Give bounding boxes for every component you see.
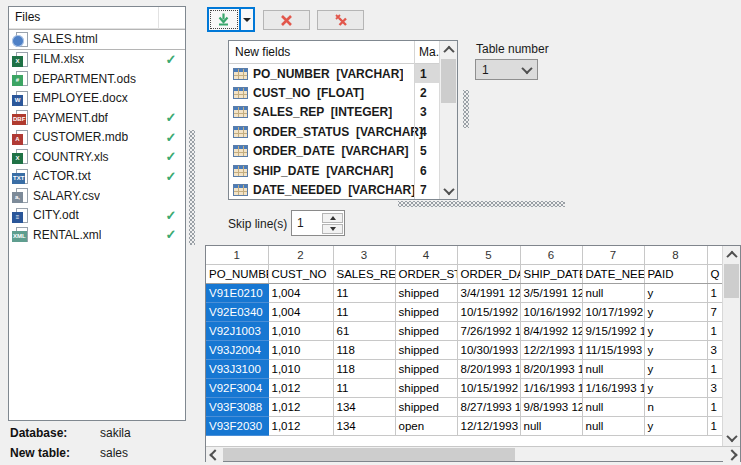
grid-vertical-scrollbar[interactable] [722, 246, 740, 446]
file-row[interactable]: X COUNTRY.xls ✓ [9, 147, 185, 167]
fields-header[interactable]: New fields Ma... [229, 41, 440, 64]
grid-cell[interactable]: 10/16/1992 [520, 302, 582, 321]
field-row[interactable]: CUST_NO [FLOAT] 2 [229, 83, 440, 102]
grid-cell[interactable]: 1,010 [268, 359, 333, 378]
grid-cell[interactable]: n [644, 397, 707, 416]
grid-cell[interactable]: 1,012 [268, 397, 333, 416]
grid-cell[interactable]: 8/20/1993 1: [457, 359, 520, 378]
scrollbar-up-button[interactable] [723, 246, 740, 263]
file-row[interactable]: SALES.html [9, 29, 185, 50]
grid-cell[interactable]: 134 [333, 397, 395, 416]
grid-cell[interactable]: 7 [707, 302, 723, 321]
grid-cell[interactable]: 10/15/1992 [457, 378, 520, 397]
grid-cell[interactable]: 1,004 [268, 302, 333, 321]
table-number-select[interactable]: 1 [475, 59, 538, 80]
grid-cell[interactable]: 12/2/1993 1: [520, 340, 582, 359]
grid-cell[interactable]: y [644, 378, 707, 397]
delete-all-fields-button[interactable] [317, 10, 364, 30]
field-row[interactable]: SHIP_DATE [VARCHAR] 6 [229, 161, 440, 180]
file-row[interactable]: DBF PAYMENT.dbf ✓ [9, 108, 185, 128]
file-row[interactable]: # DEPARTMENT.ods [9, 69, 185, 89]
grid-cell[interactable]: open [395, 416, 457, 435]
grid-cell[interactable]: shipped [395, 378, 457, 397]
grid-cell[interactable]: V91E0210 [206, 283, 268, 302]
grid-cell[interactable]: 3/4/1991 12: [457, 283, 520, 302]
grid-column-number[interactable]: 5 [457, 246, 520, 264]
grid-column-header[interactable]: Q [707, 264, 723, 283]
grid-column-number[interactable]: 6 [520, 246, 582, 264]
grid-cell[interactable]: 1,012 [268, 416, 333, 435]
grid-cell[interactable]: V93F2030 [206, 416, 268, 435]
scrollbar-thumb[interactable] [724, 264, 739, 298]
grid-cell[interactable]: 11 [333, 302, 395, 321]
grid-column-header[interactable]: ORDER_DATE [457, 264, 520, 283]
grid-column-header[interactable]: CUST_NO [268, 264, 333, 283]
field-row[interactable]: SALES_REP [INTEGER] 3 [229, 103, 440, 122]
grid-cell[interactable]: null [582, 397, 644, 416]
field-row[interactable]: ORDER_STATUS [VARCHAR] 4 [229, 122, 440, 141]
grid-column-header[interactable]: ORDER_STATUS [395, 264, 457, 283]
grid-cell[interactable]: 10/30/1993 [457, 340, 520, 359]
grid-cell[interactable]: 1/16/1993 1: [582, 378, 644, 397]
grid-cell[interactable]: y [644, 283, 707, 302]
grid-cell[interactable]: 7/26/1992 1: [457, 321, 520, 340]
grid-cell[interactable]: 1 [707, 283, 723, 302]
field-row[interactable]: ORDER_DATE [VARCHAR] 5 [229, 142, 440, 161]
grid-cell[interactable]: 1,010 [268, 340, 333, 359]
grid-cell[interactable]: 9/8/1993 12: [520, 397, 582, 416]
grid-cell[interactable]: shipped [395, 302, 457, 321]
grid-cell[interactable]: 1,012 [268, 378, 333, 397]
spinner-down-button[interactable] [322, 224, 343, 234]
grid-cell[interactable]: V93J2004 [206, 340, 268, 359]
grid-column-header[interactable]: DATE_NEEDED [582, 264, 644, 283]
scrollbar-up-button[interactable] [440, 41, 457, 58]
field-row[interactable]: DATE_NEEDED [VARCHAR] 7 [229, 180, 440, 199]
grid-cell[interactable]: 12/12/1993 [457, 416, 520, 435]
delete-field-button[interactable] [263, 10, 310, 30]
grid-horizontal-scrollbar[interactable] [206, 446, 740, 461]
grid-column-number[interactable]: 4 [395, 246, 457, 264]
file-row[interactable]: W EMPLOYEE.docx [9, 89, 185, 109]
vertical-splitter[interactable] [189, 130, 195, 245]
grid-cell[interactable]: V92E0340 [206, 302, 268, 321]
grid-cell[interactable]: V92J1003 [206, 321, 268, 340]
grid-column-header[interactable]: SHIP_DATE [520, 264, 582, 283]
file-row[interactable]: XML RENTAL.xml ✓ [9, 225, 185, 245]
grid-cell[interactable]: y [644, 302, 707, 321]
grid-cell[interactable]: y [644, 340, 707, 359]
grid-cell[interactable]: V93J3100 [206, 359, 268, 378]
grid-cell[interactable]: null [520, 416, 582, 435]
grid-cell[interactable]: y [644, 359, 707, 378]
grid-column-number[interactable]: 8 [644, 246, 707, 264]
grid-column-number[interactable]: 1 [206, 246, 268, 264]
grid-cell[interactable]: y [644, 321, 707, 340]
fields-panel-splitter[interactable] [463, 90, 469, 128]
grid-cell[interactable]: 3 [707, 378, 723, 397]
grid-cell[interactable]: shipped [395, 397, 457, 416]
grid-cell[interactable]: 3/5/1991 12: [520, 283, 582, 302]
scrollbar-left-button[interactable] [206, 447, 223, 462]
file-row[interactable]: TXT ACTOR.txt ✓ [9, 167, 185, 187]
grid-cell[interactable]: 8/20/1993 1: [520, 359, 582, 378]
grid-cell[interactable]: 1/16/1993 1: [520, 378, 582, 397]
import-split-button[interactable] [207, 7, 255, 32]
horizontal-splitter[interactable] [398, 201, 565, 207]
fields-scrollbar[interactable] [439, 41, 457, 199]
grid-cell[interactable]: V92F3004 [206, 378, 268, 397]
grid-cell[interactable]: 118 [333, 340, 395, 359]
grid-cell[interactable]: 134 [333, 416, 395, 435]
skip-lines-spinner[interactable]: 1 [291, 210, 345, 236]
grid-cell[interactable]: 11 [333, 378, 395, 397]
grid-cell[interactable]: 9/15/1992 1: [582, 321, 644, 340]
grid-cell[interactable]: 11 [333, 283, 395, 302]
grid-cell[interactable]: 3 [707, 340, 723, 359]
grid-cell[interactable]: 118 [333, 359, 395, 378]
grid-cell[interactable]: 8/27/1993 1: [457, 397, 520, 416]
grid-column-number[interactable] [707, 246, 723, 264]
import-dropdown-button[interactable] [239, 9, 253, 30]
grid-column-header[interactable]: PAID [644, 264, 707, 283]
grid-column-number[interactable]: 3 [333, 246, 395, 264]
file-row[interactable]: X FILM.xlsx ✓ [9, 50, 185, 70]
scrollbar-down-button[interactable] [440, 182, 457, 199]
grid-cell[interactable]: 11/15/1993 [582, 340, 644, 359]
